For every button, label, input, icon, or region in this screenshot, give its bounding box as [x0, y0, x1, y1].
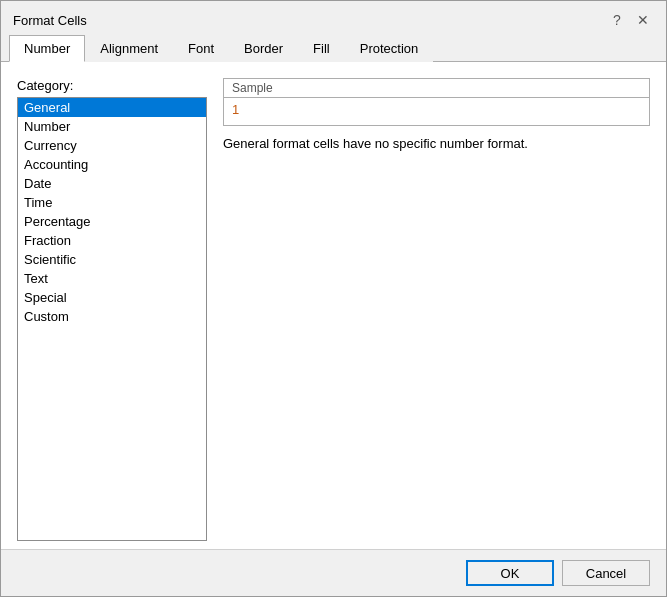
tab-number[interactable]: Number — [9, 35, 85, 62]
tab-font[interactable]: Font — [173, 35, 229, 62]
sample-label: Sample — [224, 79, 649, 97]
format-cells-dialog: Format Cells ? ✕ Number Alignment Font B… — [0, 0, 667, 597]
list-item[interactable]: Scientific — [18, 250, 206, 269]
list-item[interactable]: Custom — [18, 307, 206, 326]
left-panel: Category: General Number Currency Accoun… — [17, 78, 207, 541]
list-item[interactable]: General — [18, 98, 206, 117]
list-item[interactable]: Fraction — [18, 231, 206, 250]
list-item[interactable]: Currency — [18, 136, 206, 155]
tab-alignment[interactable]: Alignment — [85, 35, 173, 62]
list-item[interactable]: Special — [18, 288, 206, 307]
dialog-title: Format Cells — [13, 13, 87, 28]
list-item[interactable]: Accounting — [18, 155, 206, 174]
title-bar: Format Cells ? ✕ — [1, 1, 666, 35]
format-description: General format cells have no specific nu… — [223, 136, 650, 151]
content-area: Category: General Number Currency Accoun… — [17, 78, 650, 541]
list-item[interactable]: Text — [18, 269, 206, 288]
tab-border[interactable]: Border — [229, 35, 298, 62]
list-item[interactable]: Number — [18, 117, 206, 136]
sample-box: Sample 1 — [223, 78, 650, 126]
cancel-button[interactable]: Cancel — [562, 560, 650, 586]
close-button[interactable]: ✕ — [632, 9, 654, 31]
dialog-body: Category: General Number Currency Accoun… — [1, 62, 666, 549]
ok-button[interactable]: OK — [466, 560, 554, 586]
title-bar-buttons: ? ✕ — [606, 9, 654, 31]
tab-protection[interactable]: Protection — [345, 35, 434, 62]
sample-value: 1 — [224, 97, 649, 125]
list-item[interactable]: Time — [18, 193, 206, 212]
tabs-bar: Number Alignment Font Border Fill Protec… — [1, 35, 666, 62]
list-item[interactable]: Date — [18, 174, 206, 193]
right-panel: Sample 1 General format cells have no sp… — [223, 78, 650, 541]
category-label: Category: — [17, 78, 207, 93]
tab-fill[interactable]: Fill — [298, 35, 345, 62]
category-listbox[interactable]: General Number Currency Accounting Date … — [17, 97, 207, 541]
dialog-footer: OK Cancel — [1, 549, 666, 596]
list-item[interactable]: Percentage — [18, 212, 206, 231]
help-button[interactable]: ? — [606, 9, 628, 31]
